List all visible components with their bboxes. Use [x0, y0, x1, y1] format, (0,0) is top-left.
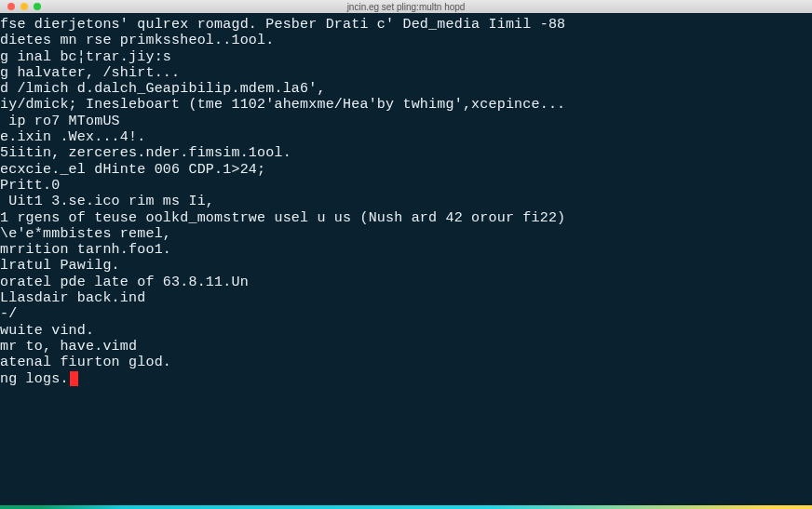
terminal-line: dietes mn rse primkssheol..1ool. [0, 33, 812, 48]
window-title: jncin.eg set pling:multn hopd [347, 2, 466, 12]
minimize-icon[interactable] [20, 3, 28, 10]
bottom-accent-strip [0, 505, 812, 509]
terminal-current-line: ng logs. [0, 371, 812, 387]
terminal-line: Llasdair back.ind [0, 290, 812, 306]
close-icon[interactable] [7, 3, 15, 10]
terminal-line: Uit1 3.se.ico rim ms Ii, [0, 194, 812, 209]
terminal-line: fse dierjetons' qulrex romagd. Pesber Dr… [0, 17, 812, 33]
maximize-icon[interactable] [34, 3, 41, 10]
terminal-line: lratul Pawilg. [0, 258, 812, 274]
terminal-line: iy/dmick; Inesleboart (tme 1102'ahemxme/… [0, 97, 812, 113]
terminal-line: g inal bc¦trar.jiy:s [0, 49, 812, 65]
terminal-line: wuite vind. [0, 323, 812, 339]
terminal-line: mr to, have.vimd [0, 339, 812, 355]
window-controls [0, 3, 41, 10]
cursor-icon [70, 371, 78, 386]
terminal-line: ecxcie._el dHinte 006 CDP.1>24; [0, 162, 812, 178]
terminal-line: d /lmich d.dalch_Geapibilip.mdem.la6', [0, 81, 812, 97]
window-titlebar: jncin.eg set pling:multn hopd [0, 0, 812, 13]
terminal-output[interactable]: fse dierjetons' qulrex romagd. Pesber Dr… [0, 13, 812, 505]
terminal-line: 5iitin, zerceres.nder.fimsim.1ool. [0, 145, 812, 161]
terminal-line: ip ro7 MTomUS [0, 114, 812, 129]
terminal-line: atenal fiurton glod. [0, 355, 812, 370]
terminal-line: \e'e*mmbistes remel, [0, 226, 812, 242]
terminal-line: oratel pde late of 63.8.11.Un [0, 275, 812, 290]
terminal-line-text: ng logs. [0, 371, 69, 387]
terminal-line: -/ [0, 306, 812, 322]
terminal-line: e.ixin .Wex...4!. [0, 129, 812, 145]
terminal-line: Pritt.0 [0, 178, 812, 194]
terminal-line: mrrition tarnh.foo1. [0, 242, 812, 258]
terminal-line: 1 rgens of teuse oolkd_momstrwe usel u u… [0, 210, 812, 226]
terminal-line: g halvater, /shirt... [0, 65, 812, 81]
